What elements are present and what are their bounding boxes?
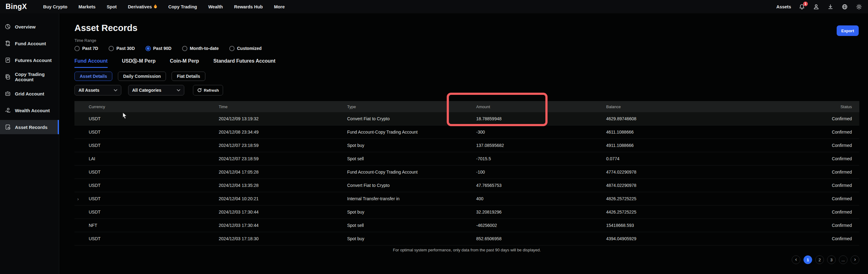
table-row[interactable]: LAI 2024/12/07 23:18:59 Spot sell -7015.… — [74, 152, 859, 166]
export-button[interactable]: Export — [837, 26, 859, 36]
table-row[interactable]: USDT 2024/12/07 23:18:59 Spot buy 137.08… — [74, 139, 859, 152]
nav-item-spot[interactable]: Spot — [107, 4, 117, 10]
grid-account-icon — [5, 91, 11, 97]
pagination-page-1[interactable]: 1 — [804, 255, 812, 264]
flame-icon — [154, 4, 157, 10]
cell-amount: 400 — [476, 196, 606, 201]
sidebar-item-futures-account[interactable]: Futures Account — [0, 53, 59, 67]
nav-item-markets[interactable]: Markets — [79, 4, 96, 10]
radio-month-to-date[interactable]: Month-to-date — [182, 46, 219, 51]
radio-label: Past 90D — [153, 46, 172, 51]
pagination-page-3[interactable]: 3 — [827, 255, 836, 264]
tab-daily-commission[interactable]: Daily Commission — [118, 72, 166, 81]
time-range-options: Past 7D Past 30D Past 90D Month-to-date … — [74, 45, 868, 52]
cell-time: 2024/12/08 23:34:49 — [219, 130, 347, 135]
time-range-label: Time Range — [74, 38, 868, 43]
sidebar-item-overview[interactable]: Overview — [0, 20, 59, 34]
radio-circle — [74, 46, 80, 51]
table-row[interactable]: USDT 2024/12/09 13:19:32 Convert Fiat to… — [74, 112, 859, 126]
cell-balance: 4611.1088666 — [606, 130, 776, 135]
cell-balance: 4629.89746608 — [606, 116, 776, 121]
cell-time: 2024/12/09 13:19:32 — [219, 116, 347, 121]
cell-balance: 4874.02290978 — [606, 183, 776, 188]
pagination-next-button[interactable]: › — [850, 255, 859, 264]
table-row[interactable]: USDT 2024/12/03 17:18:30 Spot buy 852.65… — [74, 232, 859, 245]
refresh-button[interactable]: Refresh — [193, 85, 223, 96]
account-tabs: Fund Account USDⓈ-M Perp Coin-M Perp Sta… — [74, 58, 868, 68]
radio-label: Customized — [237, 46, 261, 51]
sidebar-item-copy-trading-account[interactable]: Copy Trading Account — [0, 70, 59, 84]
cell-type: Internal Transfer-transfer in — [347, 196, 476, 201]
sidebar-item-fund-account[interactable]: Fund Account — [0, 36, 59, 50]
assets-button[interactable]: Assets — [776, 4, 791, 9]
category-filter-dropdown[interactable]: All Categories — [128, 85, 184, 96]
radio-past-7d[interactable]: Past 7D — [74, 46, 98, 51]
table-row-expandable[interactable]: › USDT 2024/12/04 10:20:21 Internal Tran… — [74, 192, 859, 205]
table-header: Currency Time Type Amount Balance Status — [74, 101, 859, 112]
asset-filter-dropdown[interactable]: All Assets — [74, 85, 121, 96]
filter-row: All Assets All Categories Refresh — [74, 85, 868, 96]
cell-amount: -300 — [476, 130, 606, 135]
radio-circle — [229, 46, 235, 51]
nav-item-rewards-hub[interactable]: Rewards Hub — [234, 4, 263, 10]
profile-icon[interactable] — [813, 3, 819, 10]
sidebar-item-asset-records[interactable]: Asset Records — [0, 120, 59, 134]
nav-item-buy-crypto[interactable]: Buy Crypto — [43, 4, 67, 10]
cell-time: 2024/12/07 23:18:59 — [219, 143, 347, 148]
expand-row-chevron[interactable]: › — [77, 196, 79, 202]
cell-amount: 47.76565753 — [476, 183, 606, 188]
theme-toggle-sun-icon[interactable] — [856, 3, 862, 10]
cell-currency: USDT — [74, 143, 219, 148]
futures-account-icon — [5, 57, 11, 63]
sidebar-item-grid-account[interactable]: Grid Account — [0, 87, 59, 101]
cell-time: 2024/12/04 13:35:28 — [219, 183, 347, 188]
radio-past-90d[interactable]: Past 90D — [146, 46, 172, 51]
language-globe-icon[interactable] — [841, 3, 848, 10]
table-row[interactable]: USDT 2024/12/04 17:05:28 Fund Account-Co… — [74, 166, 859, 179]
pagination-prev-button[interactable]: ‹ — [792, 255, 800, 264]
tab-standard-futures-account[interactable]: Standard Futures Account — [213, 58, 276, 68]
sidebar-item-wealth-account[interactable]: Wealth Account — [0, 103, 59, 117]
cell-status: Confirmed — [776, 130, 859, 135]
cell-status: Confirmed — [776, 209, 859, 214]
table-row[interactable]: USDT 2024/12/08 23:34:49 Fund Account-Co… — [74, 126, 859, 139]
radio-label: Past 7D — [82, 46, 98, 51]
nav-item-derivatives[interactable]: Derivatives — [128, 4, 157, 10]
notification-badge: 1 — [803, 2, 808, 6]
tab-coin-m-perp[interactable]: Coin-M Perp — [170, 58, 199, 68]
tab-asset-details[interactable]: Asset Details — [74, 72, 112, 81]
wealth-account-icon — [5, 107, 11, 113]
cell-balance: 4426.25725225 — [606, 209, 776, 214]
refresh-icon — [197, 88, 202, 92]
pagination-ellipsis[interactable]: ... — [839, 255, 847, 264]
radio-customized[interactable]: Customized — [229, 46, 261, 51]
category-filter-value: All Categories — [132, 88, 161, 93]
table-row[interactable]: USDT 2024/12/03 17:30:44 Spot buy 32.208… — [74, 205, 859, 219]
cell-balance: 0.0774 — [606, 156, 776, 161]
bingx-logo[interactable]: BingX — [6, 2, 27, 11]
download-app-icon[interactable] — [827, 3, 834, 10]
col-type: Type — [347, 104, 476, 109]
cell-status: Confirmed — [776, 170, 859, 174]
table-row[interactable]: NFT 2024/12/03 17:30:44 Spot sell -46256… — [74, 219, 859, 232]
chevron-down-icon — [177, 89, 180, 92]
pagination-page-2[interactable]: 2 — [815, 255, 824, 264]
nav-item-more[interactable]: More — [274, 4, 285, 10]
nav-item-wealth[interactable]: Wealth — [208, 4, 223, 10]
asset-records-table: Currency Time Type Amount Balance Status… — [74, 101, 859, 245]
sidebar-item-label: Asset Records — [15, 125, 48, 130]
table-row[interactable]: USDT 2024/12/04 13:35:28 Convert Fiat to… — [74, 179, 859, 192]
radio-past-30d[interactable]: Past 30D — [108, 46, 135, 51]
tab-fiat-details[interactable]: Fiat Details — [172, 72, 205, 81]
cell-type: Spot sell — [347, 223, 476, 228]
tab-fund-account[interactable]: Fund Account — [74, 58, 107, 68]
cell-status: Confirmed — [776, 183, 859, 188]
sidebar-item-label: Wealth Account — [15, 108, 50, 113]
cell-currency: USDT — [74, 170, 219, 174]
cell-currency: › USDT — [74, 196, 219, 201]
chevron-down-icon — [114, 89, 117, 92]
sidebar-item-label: Overview — [15, 24, 36, 29]
notification-bell-icon[interactable]: 1 — [799, 3, 805, 10]
nav-item-copy-trading[interactable]: Copy Trading — [168, 4, 197, 10]
tab-usds-m-perp[interactable]: USDⓈ-M Perp — [122, 58, 155, 68]
